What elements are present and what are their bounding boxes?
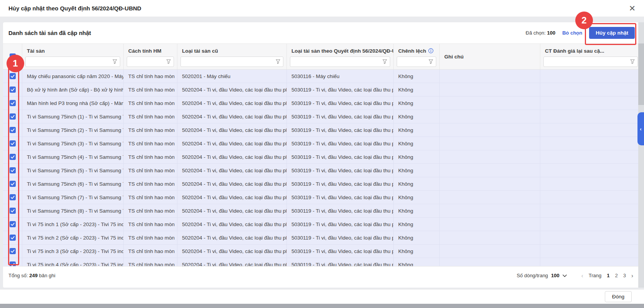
column-label: Cách tính HM (124, 44, 177, 56)
filter-funnel-icon[interactable] (428, 59, 434, 64)
cell-new-asset-type: 5030119 - Ti vi, đầu Video, các loại đầu… (287, 245, 394, 258)
table-row[interactable]: Ti vi 75 inch 1 (Sở cấp - 2023) - Tivi 7… (3, 218, 641, 231)
panel-actions: Đã chọn: 100 Bỏ chọn Hủy cập nhật (526, 27, 635, 39)
cell-old-asset-type: 5020204 - Ti vi, đầu Video, các loại đầu… (177, 191, 287, 204)
cell-note (440, 70, 540, 83)
cell-old-asset-type: 5020204 - Ti vi, đầu Video, các loại đầu… (177, 258, 287, 266)
scrollbar-thumb[interactable] (638, 43, 644, 105)
select-all-checkbox[interactable] (10, 53, 16, 60)
row-checkbox[interactable] (10, 113, 16, 120)
cell-note (440, 258, 540, 266)
cell-new-asset-type: 5030119 - Ti vi, đầu Video, các loại đầu… (287, 258, 394, 266)
filter-input-ct-revaluation[interactable] (543, 57, 638, 67)
filter-funnel-icon[interactable] (166, 59, 171, 64)
table-row[interactable]: Ti vi Samsung 75inch (2) - Ti vi Samsung… (3, 123, 641, 137)
header-column-note: Ghi chú (440, 44, 540, 69)
header-column-difference: Chênh lệch (394, 44, 440, 69)
cell-ct-revaluation (540, 97, 641, 110)
row-checkbox[interactable] (10, 221, 16, 227)
row-checkbox[interactable] (10, 248, 16, 254)
next-page-icon[interactable]: › (631, 272, 633, 279)
cell-old-asset-type: 5020204 - Ti vi, đầu Video, các loại đầu… (177, 177, 287, 190)
page-number-2[interactable]: 2 (615, 273, 618, 278)
table-row[interactable]: Ti vi Samsung 75inch (3) - Ti vi Samsung… (3, 137, 641, 150)
filter-funnel-icon[interactable] (275, 59, 281, 64)
row-checkbox-cell (3, 191, 22, 204)
chevron-left-icon: ‹ (640, 126, 641, 132)
vertical-scrollbar[interactable] (638, 22, 644, 288)
row-checkbox[interactable] (10, 167, 16, 173)
cell-note (440, 150, 540, 163)
page-number-1[interactable]: 1 (607, 273, 609, 278)
table-row[interactable]: Ti vi 75 inch 3 (Sở cấp - 2023) - Tivi 7… (3, 245, 641, 258)
filter-input-new-asset-type[interactable] (290, 57, 390, 67)
cancel-update-button[interactable]: Hủy cập nhật (589, 27, 635, 39)
close-icon[interactable]: ✕ (629, 4, 636, 12)
header-column-new-asset-type: Loại tài sản theo Quyết định 56/2024/QĐ-… (287, 44, 394, 69)
cell-new-asset-type: 5030119 - Ti vi, đầu Video, các loại đầu… (287, 231, 394, 244)
total-count: 249 (29, 273, 38, 278)
deselect-link[interactable]: Bỏ chọn (562, 30, 582, 36)
row-checkbox[interactable] (10, 208, 16, 214)
close-button[interactable]: Đóng (605, 291, 632, 302)
cell-ct-revaluation (540, 245, 641, 258)
cell-old-asset-type: 5020204 - Ti vi, đầu Video, các loại đầu… (177, 164, 287, 177)
table-row[interactable]: Ti vi Samsung 75inch (5) - Ti vi Samsung… (3, 164, 641, 177)
filter-funnel-icon[interactable] (112, 59, 118, 64)
row-checkbox[interactable] (10, 87, 16, 93)
filter-funnel-icon[interactable] (630, 59, 635, 64)
table-row[interactable]: Ti vi Samsung 75inch (6) - Ti vi Samsung… (3, 177, 641, 191)
cell-hm-method: TS chỉ tính hao mòn (124, 110, 177, 123)
info-icon[interactable] (428, 48, 434, 53)
rows-per-page-label: Số dòng/trang (517, 273, 548, 278)
cell-old-asset-type: 5020204 - Ti vi, đầu Video, các loại đầu… (177, 83, 287, 96)
table-row[interactable]: Ti vi Samsung 75inch (4) - Ti vi Samsung… (3, 150, 641, 164)
row-checkbox[interactable] (10, 100, 16, 106)
row-checkbox-cell (3, 83, 22, 96)
expand-side-panel-tab[interactable]: ‹ (637, 112, 644, 145)
table-row[interactable]: Ti vi 75 inch 4 (Sở cấp - 2023) - Tivi 7… (3, 258, 641, 266)
header-checkbox-column (3, 44, 22, 69)
cell-note (440, 164, 540, 177)
cell-difference: Không (394, 137, 440, 150)
page-number-3[interactable]: 3 (623, 273, 626, 278)
cell-new-asset-type: 5030119 - Ti vi, đầu Video, các loại đầu… (287, 150, 394, 163)
filter-input-asset[interactable] (25, 57, 120, 67)
table-row[interactable]: Màn hình led P3 trong nhà (Sở cấp) - Màn… (3, 97, 641, 110)
row-checkbox[interactable] (10, 73, 16, 79)
table-row[interactable]: Máy chiếu panasonic cấp năm 2020 - Máy c… (3, 70, 641, 83)
cell-ct-revaluation (540, 191, 641, 204)
cell-ct-revaluation (540, 177, 641, 190)
row-checkbox[interactable] (10, 235, 16, 241)
cell-old-asset-type: 5020204 - Ti vi, đầu Video, các loại đầu… (177, 97, 287, 110)
cell-asset: Ti vi Samsung 75inch (4) - Ti vi Samsung… (22, 150, 124, 163)
row-checkbox[interactable] (10, 127, 16, 133)
selected-count: 100 (547, 30, 556, 36)
cell-old-asset-type: 5020204 - Ti vi, đầu Video, các loại đầu… (177, 231, 287, 244)
row-checkbox[interactable] (10, 181, 16, 187)
pagination: ‹ Trang 1 2 3 › (581, 272, 633, 279)
table-row[interactable]: Ti vi Samsung 75inch (7) - Ti vi Samsung… (3, 191, 641, 204)
cell-difference: Không (394, 150, 440, 163)
cell-hm-method: TS chỉ tính hao mòn (124, 70, 177, 83)
filter-input-old-asset-type[interactable] (180, 57, 283, 67)
row-checkbox[interactable] (10, 261, 16, 266)
filter-funnel-icon[interactable] (382, 59, 387, 64)
row-checkbox[interactable] (10, 140, 16, 147)
cell-hm-method: TS chỉ tính hao mòn (124, 204, 177, 217)
row-checkbox[interactable] (10, 194, 16, 200)
panel-title: Danh sách tài sản đã cập nhật (8, 30, 91, 36)
table-row[interactable]: Ti vi 75 inch 2 (Sở cấp - 2023) - Tivi 7… (3, 231, 641, 245)
table-row[interactable]: Ti vi Samsung 75inch (8) - Ti vi Samsung… (3, 204, 641, 218)
cell-old-asset-type: 5020204 - Ti vi, đầu Video, các loại đầu… (177, 150, 287, 163)
cell-old-asset-type: 5020204 - Ti vi, đầu Video, các loại đầu… (177, 218, 287, 231)
rows-per-page-select[interactable]: Số dòng/trang 100 (517, 273, 566, 278)
prev-page-icon[interactable]: ‹ (581, 272, 583, 279)
row-checkbox[interactable] (10, 154, 16, 160)
row-checkbox-cell (3, 137, 22, 150)
cell-note (440, 245, 540, 258)
page-background-strip (0, 304, 644, 308)
table-row[interactable]: Bộ xử lý hình ảnh (Sở cấp) - Bộ xử lý hì… (3, 83, 641, 97)
table-row[interactable]: Ti vi Samsung 75inch (1) - Ti vi Samsung… (3, 110, 641, 123)
cancel-update-dialog: Hủy cập nhật theo Quyết định 56/2024/QĐ-… (0, 0, 644, 308)
